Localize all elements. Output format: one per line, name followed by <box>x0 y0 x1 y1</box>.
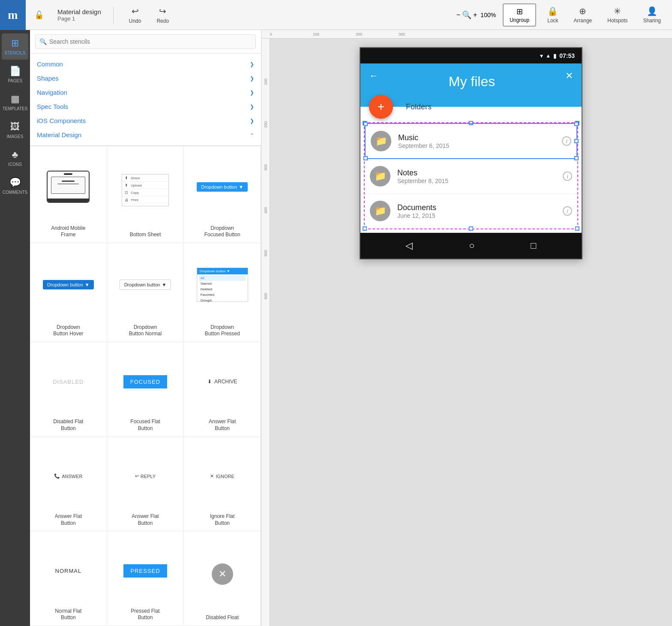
documents-file-date: June 12, 2015 <box>397 212 563 219</box>
undo-label: Undo <box>129 18 141 24</box>
stencil-bottom-sheet[interactable]: ⬆Share ⬆Upload ⊡Copy 🖨Print Bottom Sheet <box>107 146 184 243</box>
category-spec-tools-label: Spec Tools <box>37 103 68 110</box>
nav-recent-button[interactable]: □ <box>531 240 536 251</box>
arrange-button[interactable]: ⊕ Arrange <box>570 4 597 25</box>
stencil-dropdown-focused-label: DropdownFocused Button <box>204 225 240 238</box>
stencil-disabled-float[interactable]: ✕ Disabled Float <box>184 531 261 626</box>
arrange-icon: ⊕ <box>579 6 586 16</box>
category-navigation-label: Navigation <box>37 89 67 96</box>
category-spec-tools[interactable]: Spec Tools ❯ <box>30 99 261 114</box>
zoom-minus[interactable]: − <box>456 11 460 19</box>
file-item-documents[interactable]: 📁 Documents June 12, 2015 i <box>365 194 577 229</box>
zoom-plus[interactable]: + <box>473 11 477 19</box>
sidebar-item-images[interactable]: 🖼 IMAGES <box>2 117 28 143</box>
categories-list: Common ❯ Shapes ❯ Navigation ❯ Spec Tool… <box>30 54 261 146</box>
ruler-horizontal: 0 100 200 300 <box>261 30 672 39</box>
stencil-ignore-flat[interactable]: ✕IGNORE Ignore FlatButton <box>184 437 261 532</box>
file-list: 📁 Music September 6, 2015 i 📁 <box>364 122 578 229</box>
back-button[interactable]: ← <box>369 70 378 81</box>
close-button[interactable]: ✕ <box>565 70 573 81</box>
archive-flat-image: ⬇ARCHIVE <box>207 379 237 385</box>
nav-back-button[interactable]: ◁ <box>405 240 413 251</box>
sel-handle-music-tr[interactable] <box>574 122 579 126</box>
android-frame-preview <box>33 151 103 223</box>
undo-button[interactable]: ↩ Undo <box>126 4 145 26</box>
stencil-android-frame[interactable]: Android MobileFrame <box>30 146 107 243</box>
ruler-h-200: 200 <box>356 32 399 36</box>
ruler-vertical: 100 200 300 400 500 600 <box>261 39 270 626</box>
file-item-notes[interactable]: 📁 Notes September 8, 2015 i <box>365 159 577 194</box>
sel-handle-music-rm[interactable] <box>574 139 579 143</box>
stencils-icon: ⊞ <box>11 38 19 49</box>
hotspots-label: Hotspots <box>607 18 627 24</box>
category-common[interactable]: Common ❯ <box>30 57 261 71</box>
zoom-icon: 🔍 <box>462 10 471 20</box>
stencil-dropdown-pressed[interactable]: Dropdown button ▼ All Starred Deleted Fa… <box>184 243 261 342</box>
search-input[interactable] <box>35 34 256 49</box>
notes-file-name: Notes <box>397 169 563 178</box>
category-material-design[interactable]: Material Design ⌄ <box>30 128 261 142</box>
documents-info-button[interactable]: i <box>563 206 572 216</box>
lock-icon: 🔓 <box>34 10 44 20</box>
app-title: My files <box>378 70 565 90</box>
archive-flat-preview-wrap: ⬇ARCHIVE <box>187 347 257 416</box>
zoom-control[interactable]: − 🔍 + 100% <box>456 10 496 20</box>
disabled-flat-image: DISABLED <box>53 379 84 385</box>
ruler-h-100: 100 <box>313 32 356 36</box>
nav-home-button[interactable]: ○ <box>469 240 474 251</box>
category-ios[interactable]: iOS Components ❯ <box>30 114 261 128</box>
sharing-button[interactable]: 👤 Sharing <box>639 4 665 25</box>
bottom-sheet-image: ⬆Share ⬆Upload ⊡Copy 🖨Print <box>122 174 169 206</box>
sidebar-item-templates[interactable]: ▦ TEMPLATES <box>2 89 28 115</box>
stencil-archive-flat[interactable]: ⬇ARCHIVE Answer FlatButton <box>184 342 261 437</box>
signal-icon: ▲ <box>546 53 551 59</box>
sidebar-item-stencils[interactable]: ⊞ STENCILS <box>2 33 28 60</box>
folder-icon: 📁 <box>375 135 387 147</box>
icons-icon: ♣ <box>12 149 18 160</box>
stencil-answer-flat[interactable]: 📞ANSWER Answer FlatButton <box>30 437 107 532</box>
sidebar-item-pages[interactable]: 📄 PAGES <box>2 61 28 87</box>
toolbar: m 🔓 Material design Page 1 ↩ Undo ↪ Redo… <box>0 0 672 30</box>
stencil-dropdown-normal[interactable]: Dropdown button ▼ DropdownButton Normal <box>107 243 184 342</box>
phone-status-bar: ▾ ▲ ▮ 07:53 <box>360 48 582 63</box>
category-shapes[interactable]: Shapes ❯ <box>30 71 261 85</box>
zoom-value: 100% <box>480 12 496 18</box>
category-common-label: Common <box>37 60 63 68</box>
focused-flat-preview-wrap: FOCUSED <box>111 347 180 416</box>
stencil-dropdown-hover-label: DropdownButton Hover <box>53 324 83 337</box>
sel-handle-music-tl[interactable] <box>363 122 368 126</box>
pressed-flat-image: PRESSED <box>123 564 167 578</box>
stencil-focused-flat[interactable]: FOCUSED Focused FlatButton <box>107 342 184 437</box>
fab-button[interactable]: + <box>369 95 393 119</box>
ruler-h-300: 300 <box>399 32 441 36</box>
category-navigation[interactable]: Navigation ❯ <box>30 85 261 99</box>
chevron-right-icon: ❯ <box>250 90 254 96</box>
wifi-icon: ▾ <box>540 52 543 59</box>
ruler-v-100: 100 <box>264 42 268 85</box>
folder-icon: 📁 <box>375 205 386 217</box>
stencil-reply-flat[interactable]: ↩REPLY Answer FlatButton <box>107 437 184 532</box>
lock-button[interactable]: 🔒 Lock <box>543 4 562 25</box>
music-info-button[interactable]: i <box>562 136 571 146</box>
file-item-music[interactable]: 📁 Music September 6, 2015 i <box>365 123 577 159</box>
stencil-dropdown-focused[interactable]: Dropdown button ▼ DropdownFocused Button <box>184 146 261 243</box>
ungroup-button[interactable]: ⊞ Ungroup <box>503 3 536 27</box>
sidebar-item-comments[interactable]: 💬 COMMENTS <box>2 173 28 199</box>
stencil-dropdown-pressed-label: DropdownButton Pressed <box>205 324 240 337</box>
stencil-pressed-flat[interactable]: PRESSED Pressed FlatButton <box>107 531 184 626</box>
answer-flat-image: 📞ANSWER <box>54 473 82 479</box>
dropdown-normal-preview: Dropdown button ▼ <box>111 248 180 322</box>
dropdown-focused-preview: Dropdown button ▼ <box>187 151 257 223</box>
stencil-dropdown-hover[interactable]: Dropdown button ▼ DropdownButton Hover <box>30 243 107 342</box>
stencil-normal-flat[interactable]: NORMAL Normal FlatButton <box>30 531 107 626</box>
sidebar-item-icons[interactable]: ♣ ICONS <box>2 145 28 171</box>
stencil-disabled-flat[interactable]: DISABLED Disabled FlatButton <box>30 342 107 437</box>
file-title: Material design <box>57 8 101 15</box>
search-icon: 🔍 <box>39 38 47 45</box>
status-icons: ▾ ▲ ▮ 07:53 <box>540 52 575 59</box>
notes-info-button[interactable]: i <box>563 172 572 181</box>
hotspots-button[interactable]: ✳ Hotspots <box>603 4 632 25</box>
ungroup-icon: ⊞ <box>516 7 523 16</box>
stencil-grid: Android MobileFrame ⬆Share ⬆Upload ⊡Copy… <box>30 146 261 626</box>
redo-button[interactable]: ↪ Redo <box>153 4 172 26</box>
